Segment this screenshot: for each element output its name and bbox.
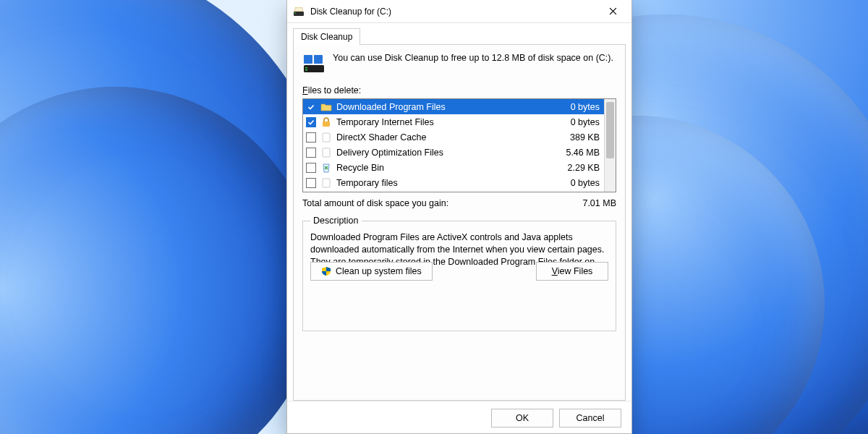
checkbox[interactable] xyxy=(306,132,316,142)
close-icon xyxy=(609,7,617,15)
file-size: 2.29 KB xyxy=(556,163,600,173)
checkbox[interactable] xyxy=(306,163,316,173)
folder-icon xyxy=(320,101,332,113)
file-list-row[interactable]: DirectX Shader Cache389 KB xyxy=(303,129,604,145)
lock-icon xyxy=(320,116,332,128)
scrollbar[interactable] xyxy=(604,99,616,192)
svg-rect-4 xyxy=(305,69,307,71)
ok-button[interactable]: OK xyxy=(491,409,553,427)
files-to-delete-label: Files to delete: xyxy=(302,85,616,95)
tabstrip: Disk Cleanup xyxy=(287,23,631,44)
intro-row: You can use Disk Cleanup to free up to 1… xyxy=(302,52,616,75)
scrollbar-thumb[interactable] xyxy=(606,102,614,158)
file-list-row[interactable]: Temporary Internet Files0 bytes xyxy=(303,114,604,129)
svg-rect-11 xyxy=(323,179,330,187)
file-size: 0 bytes xyxy=(556,117,600,127)
svg-rect-9 xyxy=(323,133,330,142)
file-name: Temporary files xyxy=(336,178,552,188)
svg-rect-0 xyxy=(294,12,304,16)
file-name: Delivery Optimization Files xyxy=(336,148,552,158)
file-list-row[interactable]: Delivery Optimization Files5.46 MB xyxy=(303,145,604,160)
svg-rect-10 xyxy=(323,148,330,157)
dialog-footer: OK Cancel xyxy=(287,401,631,433)
description-group: Description Downloaded Program Files are… xyxy=(302,216,616,331)
intro-text: You can use Disk Cleanup to free up to 1… xyxy=(333,52,613,75)
recycle-icon xyxy=(320,162,332,174)
file-name: Downloaded Program Files xyxy=(336,102,552,112)
disk-cleanup-icon xyxy=(293,6,305,17)
view-files-button[interactable]: View Files xyxy=(536,262,608,281)
svg-rect-3 xyxy=(305,67,307,69)
file-size: 0 bytes xyxy=(556,178,600,188)
tab-panel: You can use Disk Cleanup to free up to 1… xyxy=(293,44,626,401)
blank-icon xyxy=(320,177,332,189)
blank-icon xyxy=(320,132,332,143)
file-list-row[interactable]: Temporary files0 bytes xyxy=(303,175,604,190)
file-name: DirectX Shader Cache xyxy=(336,132,552,142)
svg-rect-8 xyxy=(323,122,330,127)
clean-system-files-button[interactable]: Clean up system files xyxy=(310,262,433,281)
checkbox[interactable] xyxy=(306,148,316,158)
total-label: Total amount of disk space you gain: xyxy=(302,198,448,208)
titlebar[interactable]: Disk Cleanup for (C:) xyxy=(287,0,631,23)
checkbox[interactable] xyxy=(306,102,316,112)
total-value: 7.01 MB xyxy=(582,198,616,208)
svg-rect-2 xyxy=(304,65,324,72)
checkbox[interactable] xyxy=(306,117,316,127)
file-size: 0 bytes xyxy=(556,102,600,112)
tab-disk-cleanup[interactable]: Disk Cleanup xyxy=(293,28,360,45)
file-size: 389 KB xyxy=(556,132,600,142)
description-legend: Description xyxy=(310,216,362,226)
file-name: Temporary Internet Files xyxy=(336,117,552,127)
shield-icon xyxy=(321,266,331,276)
svg-rect-1 xyxy=(294,12,296,13)
file-name: Recycle Bin xyxy=(336,163,552,173)
file-list-row[interactable]: Downloaded Program Files0 bytes xyxy=(303,99,604,114)
file-size: 5.46 MB xyxy=(556,148,600,158)
drive-icon xyxy=(302,52,326,75)
file-list: Downloaded Program Files0 bytesTemporary… xyxy=(302,98,616,192)
total-row: Total amount of disk space you gain: 7.0… xyxy=(302,198,616,208)
file-list-row[interactable]: Recycle Bin2.29 KB xyxy=(303,160,604,175)
cancel-button[interactable]: Cancel xyxy=(559,409,621,427)
blank-icon xyxy=(320,147,332,158)
window-title: Disk Cleanup for (C:) xyxy=(310,7,597,17)
close-button[interactable] xyxy=(597,1,629,22)
disk-cleanup-dialog: Disk Cleanup for (C:) Disk Cleanup You c… xyxy=(286,0,632,434)
checkbox[interactable] xyxy=(306,178,316,188)
